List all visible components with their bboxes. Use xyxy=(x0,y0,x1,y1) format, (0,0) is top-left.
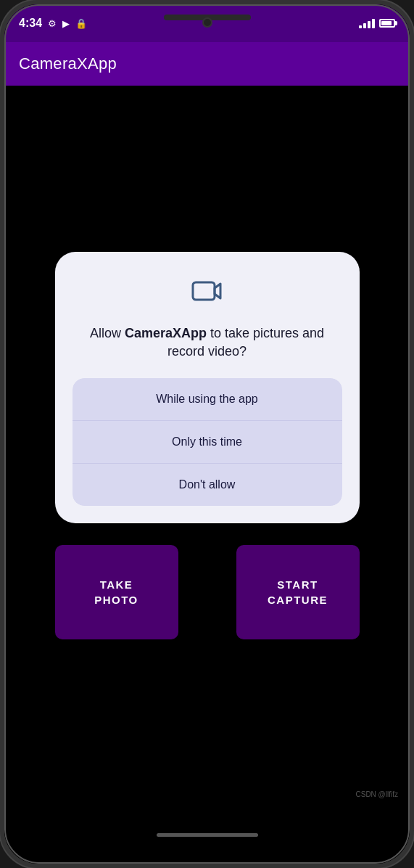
take-photo-button[interactable]: TAKEPHOTO xyxy=(55,545,178,639)
app-bar: CameraXApp xyxy=(4,42,410,86)
permission-dialog: Allow CameraXApp to take pictures and re… xyxy=(55,252,360,523)
play-icon: ▶ xyxy=(62,18,70,29)
screen: 4:34 ⚙ ▶ 🔒 xyxy=(4,4,410,864)
battery-icon xyxy=(379,19,395,28)
settings-icon: ⚙ xyxy=(48,18,57,29)
option-dont-allow-label: Don't allow xyxy=(179,478,236,491)
dialog-title: Allow CameraXApp to take pictures and re… xyxy=(73,324,342,361)
video-camera-icon xyxy=(190,274,225,311)
signal-bar-1 xyxy=(359,25,362,28)
option-only-this-time-label: Only this time xyxy=(172,435,242,448)
dialog-app-name: CameraXApp xyxy=(125,326,207,340)
option-while-using[interactable]: While using the app xyxy=(73,378,342,421)
phone-frame: 4:34 ⚙ ▶ 🔒 xyxy=(0,0,414,868)
option-only-this-time[interactable]: Only this time xyxy=(73,421,342,464)
signal-icon xyxy=(359,18,375,28)
dialog-options: While using the app Only this time Don't… xyxy=(73,378,342,506)
home-bar xyxy=(157,833,258,837)
home-area xyxy=(4,806,410,864)
battery-fill xyxy=(381,21,392,25)
watermark: CSDN @llfifz xyxy=(356,790,399,798)
status-time: 4:34 xyxy=(19,17,42,30)
option-dont-allow[interactable]: Don't allow xyxy=(73,464,342,506)
signal-bar-4 xyxy=(372,19,375,28)
main-content: Allow CameraXApp to take pictures and re… xyxy=(4,86,410,806)
start-capture-button[interactable]: STARTCAPTURE xyxy=(236,545,360,639)
option-while-using-label: While using the app xyxy=(156,393,258,405)
bottom-buttons: TAKEPHOTO STARTCAPTURE xyxy=(55,545,360,639)
app-title: CameraXApp xyxy=(19,54,117,73)
signal-bar-2 xyxy=(363,23,366,28)
svg-rect-0 xyxy=(193,282,215,300)
status-right xyxy=(359,18,395,28)
start-capture-label: STARTCAPTURE xyxy=(268,577,328,607)
lock-icon: 🔒 xyxy=(75,18,87,29)
status-left: 4:34 ⚙ ▶ 🔒 xyxy=(19,17,87,30)
signal-bar-3 xyxy=(368,21,370,28)
camera-notch xyxy=(202,17,212,28)
take-photo-label: TAKEPHOTO xyxy=(94,577,138,607)
